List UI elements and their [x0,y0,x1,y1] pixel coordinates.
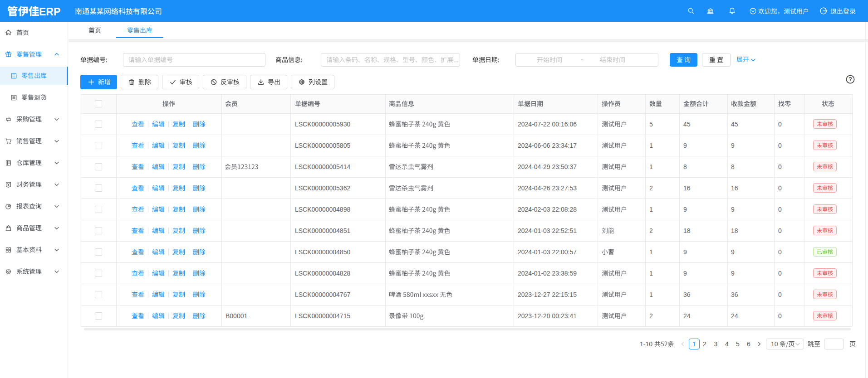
svg-text:?: ? [848,76,852,82]
